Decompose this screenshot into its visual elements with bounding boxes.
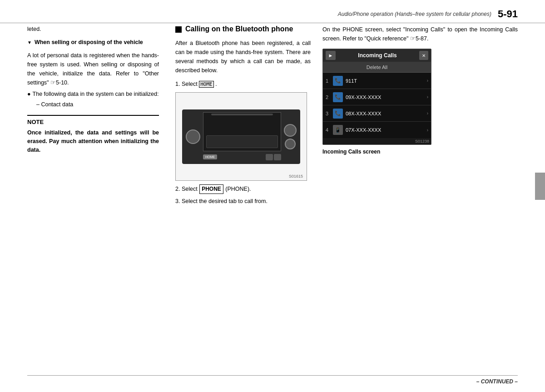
leted-text: leted.	[27, 25, 159, 34]
header-title: Audio/Phone operation (Hands–free system…	[338, 11, 491, 17]
right-body1: On the PHONE screen, select "Incoming Ca…	[322, 25, 518, 43]
ic-num-2: 2	[326, 94, 330, 100]
right-column: On the PHONE screen, select "Incoming Ca…	[318, 25, 518, 374]
step1-text: Select	[182, 81, 199, 87]
note-box: NOTE Once initialized, the data and sett…	[27, 115, 159, 155]
ic-phone-icon-4: 📱	[333, 125, 343, 135]
subsection-heading: ▼ When selling or disposing of the vehic…	[27, 38, 159, 47]
triangle-icon: ▼	[27, 39, 32, 46]
ic-name-3: 08X-XXX-XXXX	[346, 111, 424, 116]
step2-suffix: (PHONE).	[225, 186, 251, 192]
home-button[interactable]: HOME	[203, 154, 217, 159]
bullet-dot: ●	[27, 90, 31, 99]
ic-phone-icon-3: 📞	[333, 109, 343, 119]
home-icon: HOME	[199, 81, 214, 88]
screen-caption: Incoming Calls screen	[322, 149, 518, 155]
stereo-screen	[203, 112, 281, 151]
left-bullet1: ● The following data in the system can b…	[27, 90, 159, 99]
left-knob	[186, 129, 200, 144]
step3-text: Select the desired tab to call from.	[182, 198, 268, 204]
step2-text: Select	[182, 186, 199, 192]
step1: 1. Select HOME .	[175, 79, 311, 89]
incoming-calls-screen: ► Incoming Calls ✕ Delete All 1 📞 911T ›…	[322, 49, 431, 145]
step-list-2: 2. Select PHONE (PHONE). 3. Select the d…	[175, 184, 311, 206]
step2: 2. Select PHONE (PHONE).	[175, 184, 311, 194]
step1-label: 1.	[175, 81, 180, 87]
side-tab	[535, 173, 545, 200]
section-icon	[175, 26, 182, 33]
image-code-mid: S01615	[289, 174, 303, 179]
footer-continued: – CONTINUED –	[476, 378, 518, 385]
step2-label: 2.	[175, 186, 180, 192]
left-body1-main: A lot of personal data is registered whe…	[27, 52, 159, 86]
note-body: Once initialized, the data and settings …	[27, 129, 159, 155]
content-area: leted. ▼ When selling or disposing of th…	[27, 25, 518, 374]
ic-entry-4[interactable]: 4 📱 07X-XXX-XXXX ›	[323, 122, 431, 138]
ic-delete-all-row: Delete All	[323, 62, 431, 73]
page-number: 5-91	[498, 8, 518, 20]
ic-name-4: 07X-XXX-XXXX	[346, 127, 424, 133]
device-image: HOME S01615	[175, 92, 307, 181]
left-ref1: ☞5-10.	[50, 79, 69, 86]
ic-arrow-2: ›	[427, 94, 428, 99]
right-ref1: ☞5-87.	[410, 35, 429, 42]
note-title: NOTE	[27, 115, 159, 127]
ic-phone-icon-1: 📞	[333, 76, 343, 86]
ic-num-3: 3	[326, 111, 330, 116]
dash-item: Contact data	[36, 100, 159, 109]
ic-back-button[interactable]: ►	[326, 51, 336, 60]
ic-close-button[interactable]: ✕	[419, 51, 428, 60]
ic-arrow-1: ›	[427, 78, 428, 83]
ic-arrow-3: ›	[427, 111, 428, 116]
section-heading: Calling on the Bluetooth phone	[175, 25, 311, 33]
right-knob	[284, 124, 297, 137]
ic-arrow-4: ›	[427, 128, 428, 133]
ic-entry-2[interactable]: 2 📞 09X-XXX-XXXX ›	[323, 89, 431, 105]
bullet1-text: The following data in the system can be …	[33, 90, 159, 99]
step-list: 1. Select HOME .	[175, 79, 311, 89]
mid-body1: After a Bluetooth phone has been registe…	[175, 39, 311, 75]
step1-suffix: .	[215, 81, 217, 87]
step3: 3. Select the desired tab to call from.	[175, 197, 311, 206]
ic-num-4: 4	[326, 127, 330, 133]
mid-column: Calling on the Bluetooth phone After a B…	[168, 25, 318, 374]
ic-entry-1[interactable]: 1 📞 911T ›	[323, 73, 431, 89]
left-column: leted. ▼ When selling or disposing of th…	[27, 25, 168, 374]
page-footer: – CONTINUED –	[27, 375, 518, 385]
ic-name-1: 911T	[346, 78, 424, 84]
ic-name-2: 09X-XXX-XXXX	[346, 94, 424, 100]
subsection-title-text: When selling or disposing of the vehicle	[35, 38, 143, 47]
ic-num-1: 1	[326, 78, 330, 84]
ic-entries-list: 1 📞 911T › 2 📞 09X-XXX-XXXX › 3 📞 08X-XX…	[323, 73, 431, 138]
stereo-unit: HOME	[182, 109, 300, 164]
left-body1: A lot of personal data is registered whe…	[27, 51, 159, 87]
ic-delete-all-button[interactable]: Delete All	[367, 65, 387, 70]
page-header: Audio/Phone operation (Hands–free system…	[0, 8, 545, 23]
ic-title: Incoming Calls	[338, 52, 416, 59]
section-title: Calling on the Bluetooth phone	[185, 25, 293, 33]
step3-label: 3.	[175, 198, 180, 204]
ic-header: ► Incoming Calls ✕	[323, 49, 431, 62]
dash-list: Contact data	[36, 100, 159, 109]
phone-box: PHONE	[199, 184, 223, 194]
ic-entry-3[interactable]: 3 📞 08X-XXX-XXXX ›	[323, 105, 431, 122]
ic-image-code: S01238	[323, 138, 431, 144]
ic-phone-icon-2: 📞	[333, 92, 343, 102]
